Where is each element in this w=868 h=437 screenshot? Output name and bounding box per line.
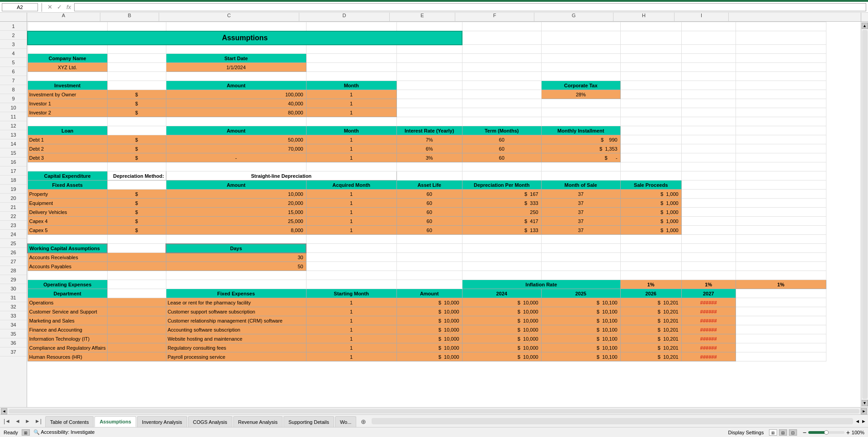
- add-sheet-button[interactable]: ⊕: [357, 416, 370, 427]
- y2026-subheader[interactable]: 2026: [620, 289, 681, 298]
- confirm-icon[interactable]: ✓: [56, 4, 63, 10]
- scroll-up-btn[interactable]: ▲: [862, 23, 868, 29]
- col-header-e[interactable]: E: [390, 13, 455, 22]
- page-layout-btn[interactable]: ⊟: [779, 429, 787, 436]
- col-header-i[interactable]: I: [675, 13, 729, 22]
- wc-assumptions-header[interactable]: Working Capital Assumptions: [28, 244, 107, 253]
- y2027-subheader[interactable]: 2027: [681, 289, 736, 298]
- page-break-btn[interactable]: ⊡: [789, 429, 797, 436]
- investment-month-header[interactable]: Month: [306, 81, 396, 90]
- wc-days-header[interactable]: Days: [166, 244, 306, 253]
- cell-a1[interactable]: [28, 22, 107, 31]
- tab-assumptions[interactable]: Assumptions: [94, 416, 136, 427]
- column-headers: A B C D E F G H I: [0, 13, 868, 22]
- tab-nav-first[interactable]: |◄: [2, 417, 12, 425]
- name-box[interactable]: A2: [2, 3, 38, 11]
- scroll-down-btn[interactable]: ▼: [862, 400, 868, 406]
- cell-i1[interactable]: [681, 22, 736, 31]
- depreciation-method[interactable]: Straight-line Depreciation: [166, 171, 396, 180]
- ar-label[interactable]: Accounts Receivables: [28, 253, 107, 262]
- capex-header[interactable]: Capital Expenditure: [28, 171, 107, 180]
- loan-header[interactable]: Loan: [28, 126, 107, 135]
- cell-f1[interactable]: [462, 22, 541, 31]
- fixed-expenses-subheader[interactable]: Fixed Expenses: [166, 289, 306, 298]
- cell-c1[interactable]: [166, 22, 306, 31]
- investor1-label[interactable]: Investor 1: [28, 99, 107, 108]
- corporate-tax-value[interactable]: 28%: [541, 90, 620, 99]
- zoom-in-btn[interactable]: +: [846, 429, 850, 436]
- function-icon[interactable]: fx: [65, 4, 72, 10]
- inflation-2026[interactable]: 1%: [681, 280, 736, 289]
- h-scroll-thumb[interactable]: [9, 409, 859, 413]
- inv-owner-symbol[interactable]: $: [107, 90, 166, 99]
- starting-month-subheader[interactable]: Starting Month: [306, 289, 396, 298]
- cell-d1[interactable]: [306, 22, 396, 31]
- scroll-right-btn[interactable]: ►: [861, 408, 867, 414]
- horizontal-scrollbar[interactable]: ◄ ►: [0, 407, 868, 414]
- col-header-c[interactable]: C: [159, 13, 299, 22]
- grid-content[interactable]: Assumptions: [27, 22, 861, 407]
- inv-owner-month[interactable]: 1: [306, 90, 396, 99]
- tab-table-of-contents[interactable]: Table of Contents: [45, 416, 94, 427]
- col-header-g[interactable]: G: [534, 13, 613, 22]
- scroll-left-btn[interactable]: ◄: [1, 408, 7, 414]
- inflation-2025[interactable]: 1%: [620, 280, 681, 289]
- tab-scroll-right[interactable]: ►: [861, 418, 866, 424]
- cell-e1[interactable]: [396, 22, 462, 31]
- tab-nav-next[interactable]: ►: [23, 417, 32, 425]
- vertical-scrollbar[interactable]: ▲ ▼: [861, 22, 868, 407]
- tab-wo[interactable]: Wo...: [335, 416, 356, 427]
- row-num-3: 3: [0, 40, 27, 49]
- col-header-a[interactable]: A: [27, 13, 100, 22]
- dept-subheader[interactable]: Department: [28, 289, 107, 298]
- col-header-f[interactable]: F: [455, 13, 534, 22]
- investor2-label[interactable]: Investor 2: [28, 108, 107, 117]
- tab-inventory-analysis[interactable]: Inventory Analysis: [137, 416, 187, 427]
- tab-scrollbar[interactable]: [372, 418, 853, 424]
- cell-mode-icon[interactable]: ⊞: [22, 429, 30, 436]
- assumptions-title[interactable]: Assumptions: [28, 31, 462, 45]
- inflation-2027[interactable]: 1%: [736, 280, 826, 289]
- investment-amount-header[interactable]: Amount: [166, 81, 306, 90]
- tab-nav-prev[interactable]: ◄: [13, 417, 22, 425]
- col-header-b[interactable]: B: [100, 13, 159, 22]
- investment-header[interactable]: Investment: [28, 81, 107, 90]
- cell-g1[interactable]: [541, 22, 620, 31]
- amount-subheader[interactable]: Amount: [396, 289, 462, 298]
- tab-nav-last[interactable]: ►|: [33, 417, 43, 425]
- tab-scroll-left[interactable]: ◄: [855, 418, 860, 424]
- zoom-thumb[interactable]: [824, 430, 829, 435]
- cancel-icon[interactable]: ✕: [46, 4, 54, 10]
- zoom-slider[interactable]: [808, 431, 844, 434]
- start-date-value[interactable]: 1/1/2024: [166, 63, 306, 72]
- inv-owner-amount[interactable]: 100,000: [166, 90, 306, 99]
- y2024-subheader[interactable]: 2024: [462, 289, 541, 298]
- ar-days[interactable]: 30: [166, 253, 306, 262]
- formula-input[interactable]: [74, 3, 866, 11]
- tab-revenue-analysis[interactable]: Revenue Analysis: [233, 416, 283, 427]
- cell-b1[interactable]: [107, 22, 166, 31]
- cell-h1[interactable]: [620, 22, 681, 31]
- company-name-header[interactable]: Company Name: [28, 54, 107, 63]
- start-date-header[interactable]: Start Date: [166, 54, 306, 63]
- zoom-out-btn[interactable]: −: [802, 429, 806, 436]
- display-settings-label[interactable]: Display Settings: [728, 430, 764, 435]
- accessibility-label[interactable]: 🔍 Accessibility: Investigate: [33, 429, 95, 435]
- scroll-thumb[interactable]: [862, 30, 868, 399]
- ap-label[interactable]: Accounts Payables: [28, 262, 107, 271]
- cell-j1[interactable]: [736, 22, 826, 31]
- company-name-value[interactable]: XYZ Ltd.: [28, 63, 107, 72]
- fixed-assets-header[interactable]: Fixed Assets: [28, 180, 107, 190]
- tab-cogs-analysis[interactable]: COGS Analysis: [188, 416, 232, 427]
- col-header-d[interactable]: D: [299, 13, 390, 22]
- inv-owner-label[interactable]: Investment by Owner: [28, 90, 107, 99]
- ap-days[interactable]: 50: [166, 262, 306, 271]
- inflation-rate-header[interactable]: Inflation Rate: [462, 280, 620, 289]
- row-num-29: 29: [0, 275, 27, 284]
- y2025-subheader[interactable]: 2025: [541, 289, 620, 298]
- col-header-h[interactable]: H: [613, 13, 675, 22]
- corporate-tax-header[interactable]: Corporate Tax: [541, 81, 620, 90]
- tab-supporting-details[interactable]: Supporting Details: [283, 416, 334, 427]
- normal-view-btn[interactable]: ⊞: [769, 429, 777, 436]
- opex-header[interactable]: Operating Expenses: [28, 280, 107, 289]
